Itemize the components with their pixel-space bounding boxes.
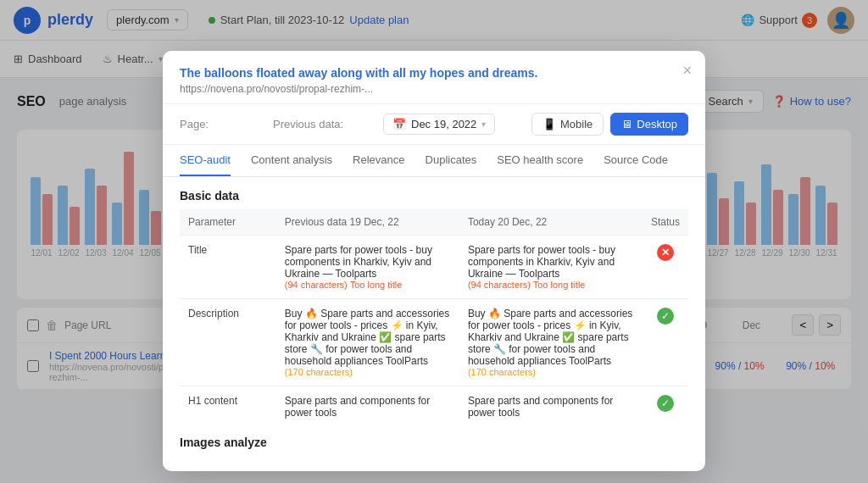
- table-row-description: Description Buy 🔥 Spare parts and access…: [180, 299, 688, 386]
- mobile-icon: 📱: [542, 118, 556, 130]
- status-description: ✓: [643, 299, 688, 386]
- mobile-label: Mobile: [560, 118, 593, 130]
- modal-url: https://novena.pro/novosti/propal-rezhim…: [180, 83, 688, 95]
- today-title: Spare parts for power tools - buy compon…: [459, 236, 643, 299]
- modal: The balloons floated away along with all…: [163, 51, 705, 398]
- col-header-today: Today 20 Dec, 22: [459, 209, 643, 236]
- tab-seo-audit[interactable]: SEO-audit: [180, 145, 231, 176]
- desktop-view-button[interactable]: 🖥 Desktop: [610, 113, 688, 136]
- param-title: Title: [180, 236, 276, 299]
- basic-data-title: Basic data: [180, 177, 688, 209]
- tab-seo-health-score[interactable]: SEO health score: [497, 145, 583, 176]
- today-h1: Spare parts and components for power too…: [459, 386, 643, 399]
- prev-h1: Spare parts and components for power too…: [276, 386, 459, 399]
- mobile-view-button[interactable]: 📱 Mobile: [531, 113, 604, 136]
- date-picker[interactable]: 📅 Dec 19, 2022 ▾: [383, 114, 495, 135]
- col-header-prev: Previous data 19 Dec, 22: [276, 209, 459, 236]
- status-ok-icon-h1: ✓: [657, 395, 674, 398]
- col-header-param: Parameter: [180, 209, 276, 236]
- view-buttons: 📱 Mobile 🖥 Desktop: [531, 113, 688, 136]
- status-error-icon: ✕: [657, 244, 674, 261]
- date-value: Dec 19, 2022: [411, 118, 476, 130]
- modal-tabs: SEO-audit Content analysis Relevance Dup…: [163, 145, 705, 177]
- modal-body: Basic data Parameter Previous data 19 De…: [163, 177, 705, 398]
- basic-data-table: Parameter Previous data 19 Dec, 22 Today…: [180, 209, 688, 398]
- desktop-label: Desktop: [637, 118, 677, 130]
- modal-page-row: Page: Previous data: 📅 Dec 19, 2022 ▾ 📱 …: [163, 104, 705, 145]
- param-description: Description: [180, 299, 276, 386]
- tab-source-code[interactable]: Source Code: [604, 145, 668, 176]
- col-header-status: Status: [643, 209, 688, 236]
- tab-relevance[interactable]: Relevance: [353, 145, 404, 176]
- prev-data-label: Previous data:: [273, 118, 366, 130]
- status-title: ✕: [643, 236, 688, 299]
- modal-header: The balloons floated away along with all…: [163, 51, 705, 104]
- page-label: Page:: [180, 118, 256, 130]
- chevron-date: ▾: [481, 119, 486, 129]
- status-h1: ✓: [643, 386, 688, 399]
- prev-description: Buy 🔥 Spare parts and accessories for po…: [276, 299, 459, 386]
- prev-title: Spare parts for power tools - buy compon…: [276, 236, 459, 299]
- desktop-icon: 🖥: [621, 118, 632, 130]
- modal-title: The balloons floated away along with all…: [180, 66, 688, 80]
- table-row-h1: H1 content Spare parts and components fo…: [180, 386, 688, 399]
- table-row-title: Title Spare parts for power tools - buy …: [180, 236, 688, 299]
- tab-content-analysis[interactable]: Content analysis: [251, 145, 332, 176]
- status-ok-icon: ✓: [657, 308, 674, 325]
- today-description: Buy 🔥 Spare parts and accessories for po…: [459, 299, 643, 386]
- tab-duplicates[interactable]: Duplicates: [426, 145, 477, 176]
- modal-close-button[interactable]: ×: [682, 63, 692, 78]
- param-h1: H1 content: [180, 386, 276, 399]
- calendar-icon: 📅: [392, 118, 406, 130]
- modal-overlay: The balloons floated away along with all…: [0, 0, 868, 398]
